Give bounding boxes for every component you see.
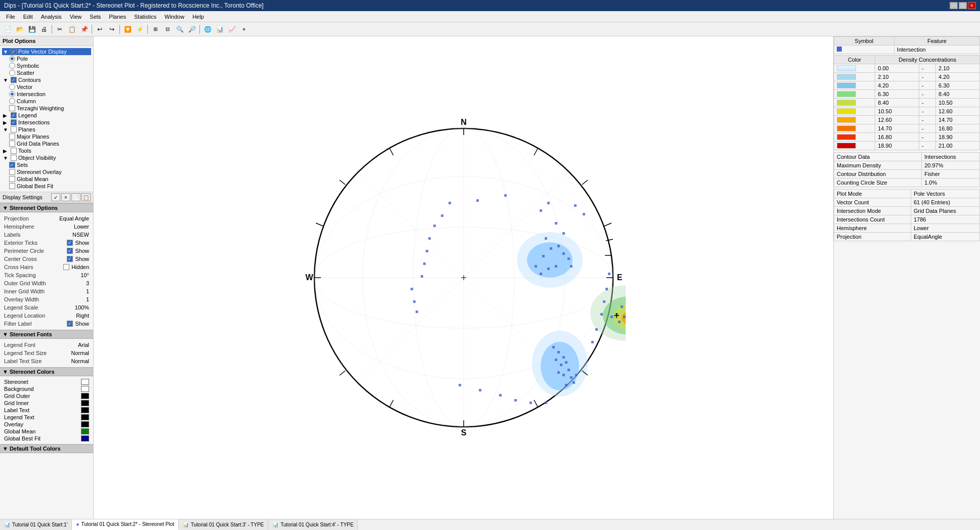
global-best-check[interactable] [9, 183, 15, 189]
toolbar-chart[interactable]: 📊 [214, 24, 225, 35]
stereonet-color-box[interactable] [81, 379, 89, 385]
toolbar-paste[interactable]: 📌 [78, 24, 90, 35]
filter-label-check[interactable]: ✓ [67, 321, 73, 327]
tree-pole-vector[interactable]: ▼ ✓ Pole Vector Display [2, 48, 91, 55]
radio-scatter[interactable] [9, 70, 15, 76]
menu-analysis[interactable]: Analysis [37, 13, 66, 21]
major-planes-check[interactable] [9, 134, 15, 140]
minimize-btn[interactable]: ─ [950, 2, 958, 9]
ds-load-btn[interactable]: 📋 [81, 193, 91, 201]
tree-global-best-fit[interactable]: Global Best Fit [8, 183, 91, 190]
toolbar-zoom-in[interactable]: 🔍 [174, 24, 185, 35]
menu-planes[interactable]: Planes [105, 13, 130, 21]
tree-planes[interactable]: ▼ Planes [2, 126, 91, 133]
tree-pole[interactable]: Pole [8, 55, 91, 62]
legend-text-color-box[interactable] [81, 414, 89, 420]
menu-sets[interactable]: Sets [86, 13, 105, 21]
tree-obj-visibility[interactable]: ▼ Object Visibility [2, 154, 91, 161]
close-btn[interactable]: ✕ [968, 2, 976, 9]
toolbar-scatter[interactable]: ⚬ [238, 24, 250, 35]
toolbar-redo[interactable]: ↪ [106, 24, 117, 35]
menu-help[interactable]: Help [188, 13, 208, 21]
tree-intersection[interactable]: Intersection [8, 91, 91, 98]
toolbar-globe[interactable]: 🌐 [202, 24, 213, 35]
tree-terzaghi[interactable]: Terzaghi Weighting [8, 105, 91, 112]
toolbar-cut[interactable]: ✂ [54, 24, 65, 35]
ds-check-btn[interactable]: ✓ [51, 193, 60, 201]
grid-inner-color-box[interactable] [81, 400, 89, 406]
tree-scatter[interactable]: Scatter [8, 69, 91, 76]
global-mean-color-box[interactable] [81, 428, 89, 434]
toolbar-copy[interactable]: 📋 [66, 24, 77, 35]
toolbar-view2[interactable]: ⊟ [162, 24, 173, 35]
menu-view[interactable]: View [66, 13, 86, 21]
tab-4[interactable]: 📊 Tutorial 01 Quick Start:4' - TYPE [268, 519, 358, 530]
ds-x-btn[interactable]: × [61, 193, 70, 201]
tree-stereonet-overlay[interactable]: Stereonet Overlay [8, 168, 91, 175]
menu-statistics[interactable]: Statistics [130, 13, 160, 21]
global-mean-check[interactable] [9, 176, 15, 182]
sets-check[interactable]: ✓ [9, 162, 15, 168]
label-text-color-box[interactable] [81, 407, 89, 413]
center-cross-check[interactable]: ✓ [67, 256, 73, 262]
grid-data-check[interactable] [9, 141, 15, 147]
tree-major-planes[interactable]: Major Planes [8, 133, 91, 140]
tab-3[interactable]: 📊 Tutorial 01 Quick Start:3' - TYPE [179, 519, 268, 530]
tree-tools[interactable]: ▶ Tools [2, 147, 91, 154]
radio-pole[interactable] [9, 56, 15, 62]
obj-vis-check[interactable] [11, 155, 17, 161]
radio-column[interactable] [9, 98, 15, 104]
intersections-check[interactable]: ✓ [11, 119, 17, 125]
restore-btn[interactable]: □ [959, 2, 967, 9]
tree-sets[interactable]: ✓ Sets [8, 161, 91, 168]
legend-check[interactable]: ✓ [11, 112, 17, 118]
terzaghi-check[interactable] [9, 105, 15, 111]
tools-check[interactable] [11, 148, 17, 154]
radio-symbolic[interactable] [9, 63, 15, 69]
planes-check[interactable] [11, 126, 17, 132]
radio-intersection[interactable] [9, 91, 15, 97]
toolbar-filter2[interactable]: ⚡ [134, 24, 145, 35]
tree-contours[interactable]: ▼ ✓ Contours [2, 76, 91, 83]
toolbar-stats[interactable]: 📈 [226, 24, 237, 35]
toolbar-print[interactable]: 🖨 [38, 24, 50, 35]
toolbar-zoom-out[interactable]: 🔎 [186, 24, 197, 35]
plot-area[interactable]: N S E W [94, 36, 833, 519]
toolbar-open[interactable]: 📂 [14, 24, 25, 35]
radio-vector[interactable] [9, 84, 15, 90]
menu-edit[interactable]: Edit [19, 13, 37, 21]
stereonet-fonts-header[interactable]: ▼ Stereonet Fonts [0, 330, 93, 339]
tab-1[interactable]: 📊 Tutorial 01 Quick Start:1' [0, 519, 72, 530]
toolbar-view1[interactable]: ⊞ [150, 24, 161, 35]
pole-vector-check[interactable]: ✓ [11, 49, 17, 55]
cross-hairs-check[interactable] [63, 264, 69, 270]
toolbar-new[interactable]: 📄 [2, 24, 13, 35]
tree-symbolic[interactable]: Symbolic [8, 62, 91, 69]
toolbar-save[interactable]: 💾 [26, 24, 37, 35]
tab-2[interactable]: ● Tutorial 01 Quick Start:2* - Stereonet… [72, 519, 179, 530]
global-best-color-box[interactable] [81, 435, 89, 441]
stereonet-colors-header[interactable]: ▼ Stereonet Colors [0, 367, 93, 376]
stereo-overlay-check[interactable] [9, 169, 15, 175]
plot-options-header[interactable]: Plot Options [0, 36, 93, 46]
tree-legend[interactable]: ▶ ✓ Legend [2, 112, 91, 119]
display-settings-label[interactable]: Display Settings [3, 194, 43, 200]
tree-column[interactable]: Column [8, 98, 91, 105]
toolbar-undo[interactable]: ↩ [94, 24, 105, 35]
menu-file[interactable]: File [2, 13, 19, 21]
perimeter-check[interactable]: ✓ [67, 248, 73, 254]
stereonet-opts-header[interactable]: ▼ Stereonet Options [0, 203, 93, 212]
toolbar-filter[interactable]: 🔽 [122, 24, 133, 35]
tree-intersections[interactable]: ▶ ✓ Intersections [2, 119, 91, 126]
contours-check[interactable]: ✓ [11, 77, 17, 83]
tree-vector[interactable]: Vector [8, 83, 91, 91]
menu-window[interactable]: Window [160, 13, 188, 21]
background-color-box[interactable] [81, 386, 89, 392]
ds-new-btn[interactable]: 📄 [71, 193, 80, 201]
ext-ticks-check[interactable]: ✓ [67, 240, 73, 246]
tree-global-mean[interactable]: Global Mean [8, 175, 91, 183]
grid-outer-color-box[interactable] [81, 393, 89, 399]
default-tool-colors-header[interactable]: ▼ Default Tool Colors [0, 444, 93, 453]
tree-grid-data-planes[interactable]: Grid Data Planes [8, 140, 91, 147]
overlay-color-box[interactable] [81, 421, 89, 427]
